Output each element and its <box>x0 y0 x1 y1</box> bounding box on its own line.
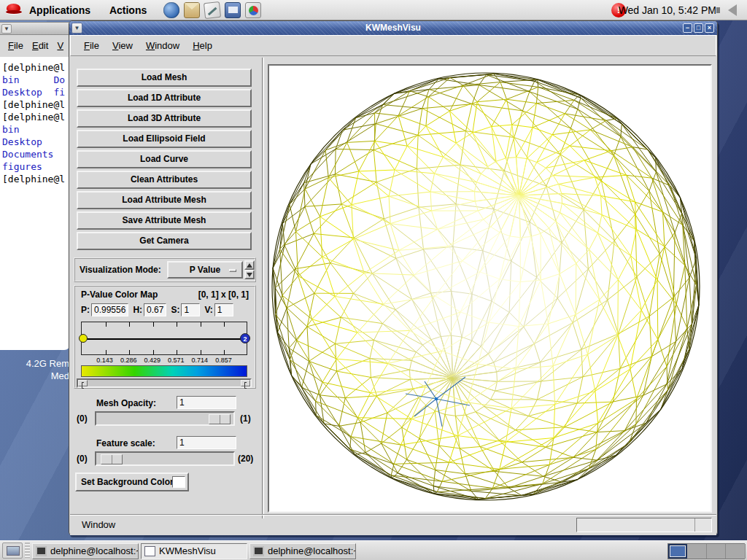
mesh-opacity-slider[interactable] <box>95 411 235 426</box>
node-tick-bottom <box>201 350 201 354</box>
load-3d-attribute-button[interactable]: Load 3D Attribute <box>77 109 252 128</box>
spinner-down-button[interactable] <box>244 270 255 279</box>
colormap-node-editor[interactable]: 2 <box>81 322 247 355</box>
workspace-2[interactable] <box>688 544 707 559</box>
app-title: KWMeshVisu <box>365 23 421 33</box>
mesh-opacity-slider-handle[interactable] <box>209 414 231 424</box>
scrollbar-right-handle[interactable] <box>241 380 250 386</box>
node-tick-top <box>129 322 130 327</box>
terminal-line: figures <box>2 160 70 173</box>
volume-icon[interactable] <box>728 4 737 16</box>
task-button-kwmeshvisu[interactable]: KWMeshVisu <box>141 543 247 559</box>
task-button-label: delphine@localhost:~ <box>50 545 139 556</box>
load-ellipsoid-field-button[interactable]: Load Ellipsoid Field <box>77 130 252 148</box>
maximize-button[interactable]: □ <box>694 23 703 33</box>
load-1d-attribute-button[interactable]: Load 1D Attribute <box>77 89 252 107</box>
terminal-icon <box>36 546 47 556</box>
mesh-opacity-entry[interactable]: 1 <box>177 396 236 409</box>
node-tick-bottom <box>153 350 154 354</box>
feature-scale-max: (20) <box>238 454 253 464</box>
mesh-opacity-max: (1) <box>240 413 251 424</box>
app-content: Load MeshLoad 1D AttributeLoad 3D Attrib… <box>70 56 716 535</box>
clock[interactable]: Wed Jan 10, 5:42 PM <box>619 0 716 20</box>
colormap-tick-value: 0.429 <box>144 357 160 364</box>
field-label-p: P: <box>81 305 90 315</box>
desktop-icon-label[interactable]: 4.2G Rem Med <box>0 357 69 382</box>
sphere-wireframe <box>269 66 711 511</box>
minimize-button[interactable]: − <box>683 23 692 33</box>
field-entry-s[interactable]: 1 <box>181 303 200 316</box>
visualization-mode-label: Visualization Mode: <box>80 265 161 275</box>
word-processor-icon[interactable] <box>204 1 221 19</box>
colormap-title: P-Value Color Map <box>81 289 158 300</box>
load-curve-button[interactable]: Load Curve <box>77 150 252 168</box>
menu-view[interactable]: View <box>112 40 133 51</box>
workspace-switcher[interactable] <box>667 543 745 559</box>
email-client-icon[interactable] <box>184 2 200 18</box>
terminal-line: [delphine@l <box>2 61 70 74</box>
load-attribute-mesh-button[interactable]: Load Attribute Mesh <box>77 191 252 209</box>
workspace-1[interactable] <box>668 544 687 559</box>
colormap-node-left[interactable] <box>79 334 88 343</box>
menu-file[interactable]: File <box>84 40 99 51</box>
terminal-menu-file[interactable]: File <box>8 40 23 51</box>
field-entry-h[interactable]: 0.67 <box>144 303 166 316</box>
terminal-output[interactable]: [delphine@lbin DoDesktop fi[delphine@l[d… <box>0 57 70 350</box>
terminal-line: Desktop <box>2 136 70 148</box>
colormap-node-right[interactable]: 2 <box>240 333 250 343</box>
terminal-menu-v[interactable]: V <box>57 40 63 51</box>
show-desktop-button[interactable] <box>2 542 23 559</box>
feature-scale-entry[interactable]: 1 <box>177 436 236 449</box>
colormap-frame: P-Value Color Map [0, 1] x [0, 1] P:0.99… <box>74 285 256 389</box>
field-label-h: H: <box>133 305 142 315</box>
statusbar-separator <box>70 514 716 516</box>
close-button[interactable]: × <box>705 23 714 33</box>
colormap-tick-value: 0.286 <box>120 357 137 364</box>
mesh-opacity-min: (0) <box>77 413 88 424</box>
scrollbar-left-handle[interactable] <box>78 380 88 386</box>
get-camera-button[interactable]: Get Camera <box>77 232 252 250</box>
feature-scale-slider[interactable] <box>95 451 235 466</box>
web-browser-icon[interactable] <box>163 2 179 18</box>
field-entry-v[interactable]: 1 <box>214 303 233 316</box>
field-label-v: V: <box>204 305 212 315</box>
terminal-line: bin Do <box>2 74 70 86</box>
colormap-range: [0, 1] x [0, 1] <box>198 289 249 300</box>
render-viewport[interactable] <box>268 64 712 513</box>
load-mesh-button[interactable]: Load Mesh <box>77 69 252 87</box>
feature-scale-label: Feature scale: <box>96 438 155 448</box>
save-attribute-mesh-button[interactable]: Save Attribute Mesh <box>77 211 252 230</box>
field-entry-p[interactable]: 0.99556 <box>91 303 128 316</box>
node-tick-bottom <box>106 350 107 354</box>
applications-menu[interactable]: Applications <box>25 0 95 20</box>
clean-attributes-button[interactable]: Clean Attributes <box>77 171 252 189</box>
chart-tool-icon[interactable] <box>245 2 261 18</box>
terminal-titlebar[interactable]: ▼ <box>0 22 70 35</box>
task-button-delphine-localhost-[interactable]: delphine@localhost:~ <box>32 543 139 559</box>
spinner-up-button[interactable] <box>244 260 255 270</box>
presentation-icon[interactable] <box>225 2 241 18</box>
task-button-delphine-localhost-[interactable]: delphine@localhost:~ <box>249 543 356 559</box>
launcher-icons <box>161 4 263 16</box>
menu-help[interactable]: Help <box>193 40 212 51</box>
node-tick-bottom <box>177 350 177 354</box>
terminal-menu-edit[interactable]: Edit <box>32 40 48 51</box>
taskbar-handle[interactable] <box>25 542 30 559</box>
terminal-window-menu-button[interactable]: ▼ <box>1 24 12 34</box>
workspace-4[interactable] <box>727 544 746 559</box>
workspace-3[interactable] <box>707 544 726 559</box>
colormap-scrollbar[interactable] <box>77 378 252 388</box>
actions-menu[interactable]: Actions <box>105 0 151 20</box>
redhat-menu-icon[interactable] <box>6 3 22 16</box>
visualization-mode-dropdown[interactable]: P Value <box>167 261 243 279</box>
colormap-tick-value: 0.571 <box>168 357 185 364</box>
menu-window[interactable]: Window <box>146 40 179 51</box>
feature-scale-slider-handle[interactable] <box>101 454 123 464</box>
document-icon <box>144 546 155 556</box>
window-menu-button[interactable]: ▼ <box>71 23 82 34</box>
app-titlebar[interactable]: KWMeshVisu ▼ − □ × <box>69 21 717 35</box>
colormap-fields: P:0.99556H:0.67S:1V:1 <box>81 303 252 317</box>
colormap-gradient-bar <box>81 365 247 377</box>
set-background-color-button[interactable]: Set Background Color <box>75 472 189 491</box>
terminal-window: ▼ FileEditV [delphine@lbin DoDesktop fi[… <box>0 22 70 350</box>
